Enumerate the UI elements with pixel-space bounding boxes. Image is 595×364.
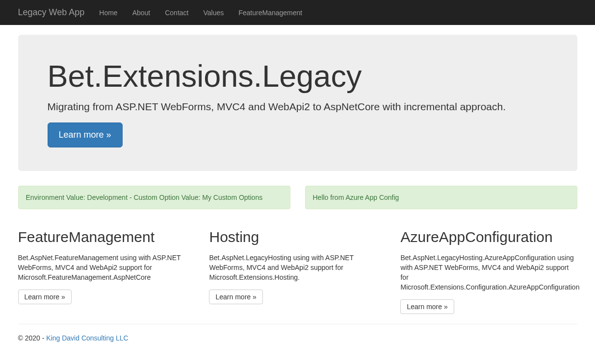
feature-title: Hosting (209, 229, 386, 245)
features-row: FeatureManagement Bet.AspNet.FeatureMana… (11, 229, 585, 314)
feature-hosting: Hosting Bet.AspNet.LegacyHosting using w… (202, 229, 393, 314)
nav-featuremanagement[interactable]: FeatureManagement (231, 1, 310, 24)
jumbotron: Bet.Extensions.Legacy Migrating from ASP… (18, 35, 577, 171)
feature-learn-more-button[interactable]: Learn more » (209, 290, 262, 304)
jumbotron-lead: Migrating from ASP.NET WebForms, MVC4 an… (48, 101, 548, 113)
navbar-brand[interactable]: Legacy Web App (11, 0, 92, 25)
feature-learn-more-button[interactable]: Learn more » (18, 290, 72, 304)
feature-azureappconfiguration: AzureAppConfiguration Bet.AspNet.LegacyH… (393, 229, 584, 314)
learn-more-button[interactable]: Learn more » (48, 122, 123, 147)
feature-desc: Bet.AspNet.FeatureManagement using with … (18, 253, 195, 282)
feature-desc: Bet.AspNet.LegacyHosting using with ASP.… (209, 253, 386, 282)
alert-environment: Environment Value: Development - Custom … (18, 186, 290, 209)
feature-title: FeatureManagement (18, 229, 195, 245)
feature-learn-more-button[interactable]: Learn more » (400, 299, 454, 314)
main-container: Bet.Extensions.Legacy Migrating from ASP… (11, 35, 585, 352)
footer: © 2020 - King David Consulting LLC (18, 334, 577, 352)
feature-featuremanagement: FeatureManagement Bet.AspNet.FeatureMana… (11, 229, 202, 314)
feature-desc: Bet.AspNet.LegacyHosting.AzureAppConfigu… (400, 253, 577, 292)
alert-azure-config: Hello from Azure App Config (305, 186, 577, 209)
feature-title: AzureAppConfiguration (400, 229, 577, 245)
navbar: Legacy Web App Home About Contact Values… (0, 0, 595, 25)
footer-link[interactable]: King David Consulting LLC (46, 334, 128, 342)
nav-values[interactable]: Values (196, 1, 231, 24)
jumbotron-title: Bet.Extensions.Legacy (48, 58, 548, 94)
alerts-row: Environment Value: Development - Custom … (11, 186, 585, 219)
footer-divider (18, 324, 577, 324)
nav-about[interactable]: About (125, 1, 158, 24)
footer-copyright: © 2020 - (18, 334, 47, 342)
nav-contact[interactable]: Contact (157, 1, 196, 24)
nav-home[interactable]: Home (92, 1, 125, 24)
